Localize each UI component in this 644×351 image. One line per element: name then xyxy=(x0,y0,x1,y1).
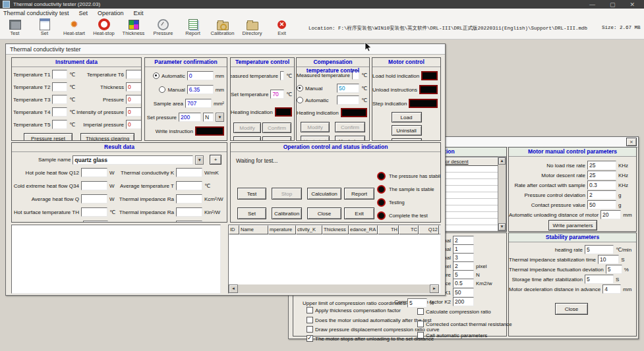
op-close-button[interactable]: Close xyxy=(307,207,341,219)
corrected-contact-resistance-checkbox[interactable] xyxy=(417,321,424,327)
measured-temperature-field[interactable] xyxy=(280,71,284,80)
contact-pressure-value-field[interactable]: 50 xyxy=(587,200,616,209)
uninstall-button[interactable]: Uninstall xyxy=(392,125,422,136)
main-window-titlebar[interactable]: Thermal conductivity tester xyxy=(6,44,445,55)
toolbar-heat-stop-button[interactable]: Heat-stop xyxy=(89,18,119,36)
temperature-decimal-field[interactable]: 2 xyxy=(453,236,474,245)
maximize-icon[interactable]: ▢ xyxy=(610,1,616,8)
calculate-compression-ratio-checkbox[interactable] xyxy=(417,308,424,315)
toolbar-report-button[interactable]: Report xyxy=(178,18,208,36)
os-titlebar[interactable]: Thermal conductivity tester (2022.03) — … xyxy=(0,0,644,9)
table-horizontal-scrollbar[interactable]: ◄ ► xyxy=(229,284,439,293)
op-set-button[interactable]: Set xyxy=(237,207,266,219)
thermal-impedance-cm-field[interactable] xyxy=(176,194,202,203)
temperature-t4-field[interactable] xyxy=(52,107,67,117)
add-sample-button[interactable]: + xyxy=(210,155,221,165)
automatic-thickness-field[interactable]: 0 xyxy=(187,71,214,80)
toolbar-directory-button[interactable]: Directory xyxy=(237,18,267,36)
minimize-icon[interactable]: — xyxy=(589,1,595,8)
heat-start-button[interactable]: Heat start xyxy=(233,136,261,141)
op-exit-button[interactable]: Exit xyxy=(344,207,374,219)
menu-thermal-conductivity-test[interactable]: Thermal conductivity test xyxy=(3,10,69,16)
menu-exit[interactable]: Exit xyxy=(134,10,144,16)
close-icon[interactable]: ✕ xyxy=(629,1,635,8)
motor-stops-after-unloading-checkbox[interactable] xyxy=(307,335,313,342)
toolbar-set-button[interactable]: Set xyxy=(30,18,59,36)
compensation-factor-k1-field[interactable]: 50 xyxy=(453,288,474,297)
pressure-unit-select[interactable]: N xyxy=(203,113,214,122)
imperial-pressure-field[interactable]: 0 xyxy=(126,120,142,129)
sample-area-field[interactable]: 707 xyxy=(185,99,212,108)
manual-radio[interactable] xyxy=(159,86,165,93)
stability-close-button[interactable]: Close xyxy=(555,303,588,315)
compensation-automatic-radio[interactable] xyxy=(297,97,303,103)
toolbar-exit-button[interactable]: ✕Exit xyxy=(267,18,297,36)
test-button[interactable]: Test xyxy=(237,188,266,200)
temperature-t3-field[interactable] xyxy=(52,95,67,104)
chevron-down-icon[interactable]: ▼ xyxy=(195,155,204,165)
temperature-t2-field[interactable] xyxy=(52,82,67,92)
heat-stop-button[interactable]: Heat stop xyxy=(262,136,291,141)
thermal-impedance-in-field[interactable] xyxy=(176,207,202,217)
pressure-decimal-field[interactable]: 1 xyxy=(453,244,474,254)
intensity-of-pressure-field[interactable]: 0 xyxy=(126,107,142,117)
calculation-button[interactable]: Calculation xyxy=(307,188,341,200)
sample-name-select[interactable]: quartz glass xyxy=(73,155,193,165)
compensation-modify-button[interactable]: Modify xyxy=(301,122,330,132)
apply-thickness-compensation-checkbox[interactable] xyxy=(307,307,313,313)
load-button[interactable]: Load xyxy=(392,112,422,122)
storage-time-field[interactable]: 5 xyxy=(585,275,614,284)
deceleration-distance-field[interactable]: 4 xyxy=(602,284,621,294)
heating-rate-field[interactable]: 5 xyxy=(585,245,614,254)
rate-after-contact-field[interactable]: 0.3 xyxy=(587,180,616,190)
motor-stop-button[interactable]: Stop xyxy=(392,138,422,141)
toolbar-test-button[interactable]: Test xyxy=(0,18,30,36)
q12-field[interactable] xyxy=(81,168,107,177)
temperature-confirm-button[interactable]: Confirm xyxy=(262,122,291,133)
thickness-clearing-button[interactable]: Thickness clearing xyxy=(80,133,134,141)
scroll-down-icon[interactable]: ▼ xyxy=(498,223,506,230)
compensation-manual-field[interactable]: 50 xyxy=(337,84,359,93)
average-temperature-field[interactable] xyxy=(176,181,202,190)
stop-button[interactable]: Stop xyxy=(272,188,302,200)
scroll-up-icon[interactable]: ▲ xyxy=(498,157,506,165)
motor-unload-auto-checkbox[interactable] xyxy=(307,317,313,323)
upper-limit-field[interactable]: 5 xyxy=(407,298,427,308)
curve-pixel-field[interactable]: 2 xyxy=(453,261,474,271)
set-pressure-field[interactable]: 200 xyxy=(179,113,201,122)
menu-set[interactable]: Set xyxy=(79,10,88,16)
call-automatic-parameters-checkbox[interactable] xyxy=(417,332,424,338)
thickness-field[interactable]: 0 xyxy=(126,82,142,92)
pressure-field[interactable]: 0 xyxy=(126,95,142,104)
temperature-t1-field[interactable] xyxy=(52,70,67,79)
calibration-button[interactable]: Calibration xyxy=(272,207,302,219)
toolbar-thickness-button[interactable]: Thickness xyxy=(119,18,148,36)
toolbar-pressure-button[interactable]: Pressure xyxy=(148,18,178,36)
auto-unloading-distance-field[interactable]: 20 xyxy=(600,210,621,219)
motor-descent-rate-field[interactable]: 25 xyxy=(587,171,616,180)
settings-close-icon[interactable]: ✕ xyxy=(626,138,637,146)
average-heat-flow-field[interactable] xyxy=(81,194,107,203)
manual-thickness-field[interactable]: 6.35 xyxy=(187,85,214,94)
impedance-fluctuation-deviation-field[interactable]: 5 xyxy=(606,265,622,274)
toolbar-calibration-button[interactable]: Calibration xyxy=(208,18,237,36)
cold-surface-temp-field[interactable] xyxy=(83,221,108,223)
pressure-control-deviation-field[interactable]: 2 xyxy=(587,190,616,200)
thermal-resistance-field[interactable] xyxy=(176,221,202,223)
automatic-radio[interactable] xyxy=(153,72,160,79)
pressure-reset-button[interactable]: Pressure reset xyxy=(24,133,73,141)
results-table[interactable]: ID Name mperature ctivity_K Thickness ed… xyxy=(228,225,441,294)
chevron-down-icon[interactable]: ▼ xyxy=(216,113,224,122)
q34-field[interactable] xyxy=(81,181,107,190)
compensation-manual-radio[interactable] xyxy=(297,85,303,92)
no-load-rise-rate-field[interactable]: 25 xyxy=(587,161,616,170)
contact-thermal-resistance-field[interactable]: 0.5 xyxy=(453,279,474,288)
scroll-left-icon[interactable]: ◄ xyxy=(229,284,238,293)
initial-pressure-field[interactable]: 5 xyxy=(453,270,474,279)
draw-compression-curve-checkbox[interactable] xyxy=(307,326,313,333)
hot-surface-temp-field[interactable] xyxy=(81,207,107,217)
report-button[interactable]: Report xyxy=(344,188,374,200)
menu-operation[interactable]: Operation xyxy=(98,10,124,16)
temperature-modify-button[interactable]: Modify xyxy=(233,122,261,133)
toolbar-heat-start-button[interactable]: ✹Heat-start xyxy=(59,18,89,36)
